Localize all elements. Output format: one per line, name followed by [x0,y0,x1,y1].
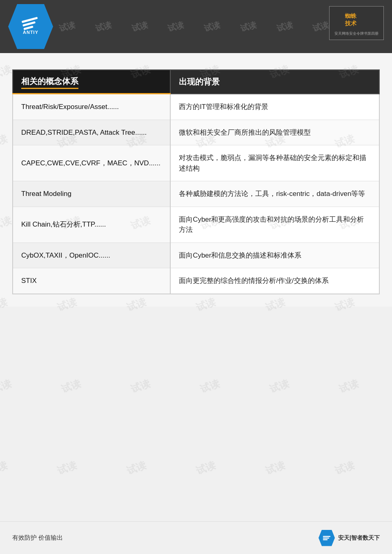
table-cell-col1-3: Threat Modeling [13,181,170,207]
footer-brand-text: 安天|智者数天下 [338,534,380,542]
footer-left-text: 有效防护 价值输出 [12,534,63,542]
body-wm-33: 试读 [125,458,148,477]
body-wm-26: 试读 [60,377,82,396]
table-row: CybOX,TAXII，OpenIOC......面向Cyber和信息交换的描述… [13,243,379,268]
header: ANTIY 试读 试读 试读 试读 试读 试读 试读 试读 蜘蛛 技术 安天网络… [0,0,392,53]
table-row: Kill Chain,钻石分析,TTP......面向Cyber和更高强度的攻击… [13,207,379,243]
table-cell-col1-2: CAPEC,CWE,CVE,CVRF，MAEC，NVD...... [13,145,170,181]
table-cell-col2-4: 面向Cyber和更高强度的攻击和对抗的场景的分析工具和分析方法 [170,207,379,243]
table-cell-col1-4: Kill Chain,钻石分析,TTP...... [13,207,170,243]
header-wm-4: 试读 [157,16,195,36]
table-row: Threat Modeling各种威胁建模的方法论，工具，risk-centri… [13,181,379,207]
header-wm-5: 试读 [193,16,231,36]
header-wm-6: 试读 [229,16,267,36]
col1-header: 相关的概念体系 [13,70,170,94]
table-cell-col1-0: Threat/Risk/Exposure/Asset...... [13,94,170,120]
footer: 有效防护 价值输出 安天|智者数天下 [0,521,392,554]
table-cell-col1-5: CybOX,TAXII，OpenIOC...... [13,243,170,268]
table-row: CAPEC,CWE,CVE,CVRF，MAEC，NVD......对攻击模式，脆… [13,145,379,181]
svg-text:技术: 技术 [345,20,357,27]
table-cell-col2-5: 面向Cyber和信息交换的描述和标准体系 [170,243,379,268]
table-cell-col1-6: STIX [13,268,170,294]
body-wm-25: 试读 [0,377,13,396]
badge-sub: 安天网络安全令牌书第四册 [334,31,379,36]
header-wm-1: 试读 [48,16,86,36]
header-logo: ANTIY [8,4,53,49]
table-cell-col2-2: 对攻击模式，脆弱点，漏洞等各种基础的安全元素的标定和描述结构 [170,145,379,181]
table-cell-col2-0: 西方的IT管理和标准化的背景 [170,94,379,120]
body-wm-35: 试读 [264,458,287,477]
logo-lines [22,17,40,30]
body-wm-27: 试读 [129,377,152,396]
header-watermarks: 试读 试读 试读 试读 试读 试读 试读 试读 [49,0,339,53]
logo-text: ANTIY [23,30,38,35]
badge-main: 蜘蛛 技术 [334,10,379,30]
svg-text:蜘蛛: 蜘蛛 [345,13,357,19]
body-wm-34: 试读 [194,458,217,477]
main-content: 相关的概念体系 出现的背景 Threat/Risk/Exposure/Asset… [0,53,392,307]
body-wm-32: 试读 [56,458,78,477]
body-wm-36: 试读 [333,458,356,477]
table-row: DREAD,STRIDE,PASTA, Attack Tree......微软和… [13,120,379,145]
table-row: STIX面向更完整的综合性的情报分析/作业/交换的体系 [13,268,379,294]
header-wm-3: 试读 [121,16,159,36]
body-wm-29: 试读 [268,377,291,396]
body-wm-30: 试读 [337,377,360,396]
body-wm-28: 试读 [198,377,221,396]
table-cell-col2-6: 面向更完整的综合性的情报分析/作业/交换的体系 [170,268,379,294]
footer-logo-icon [318,530,335,546]
table-cell-col2-3: 各种威胁建模的方法论，工具，risk-centric，data-driven等等 [170,181,379,207]
table-row: Threat/Risk/Exposure/Asset......西方的IT管理和… [13,94,379,120]
table-cell-col1-1: DREAD,STRIDE,PASTA, Attack Tree...... [13,120,170,145]
data-table: 相关的概念体系 出现的背景 Threat/Risk/Exposure/Asset… [12,69,380,294]
header-badge: 蜘蛛 技术 安天网络安全令牌书第四册 [329,6,384,40]
header-wm-7: 试读 [266,16,304,36]
col2-header: 出现的背景 [170,70,379,94]
header-wm-2: 试读 [85,16,122,36]
body-wm-31: 试读 [0,458,9,477]
col1-header-text: 相关的概念体系 [21,76,78,89]
table-header-row: 相关的概念体系 出现的背景 [13,70,379,94]
footer-right: 安天|智者数天下 [318,530,380,546]
table-cell-col2-1: 微软和相关安全厂商所推出的风险管理模型 [170,120,379,145]
col2-header-text: 出现的背景 [179,77,220,86]
